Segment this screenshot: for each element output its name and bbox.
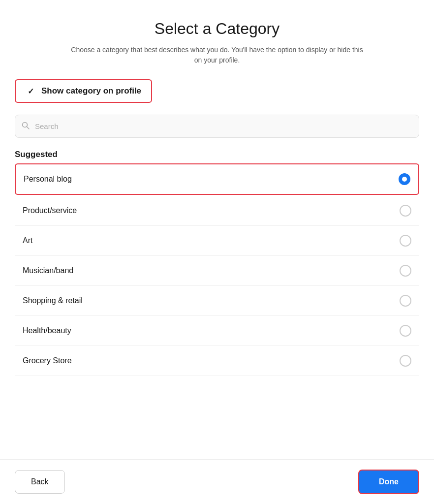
category-label-musician-band: Musician/band — [23, 266, 73, 275]
radio-art — [400, 235, 411, 247]
footer: Back Done — [0, 459, 434, 504]
suggested-section-label: Suggested — [15, 150, 419, 159]
category-label-art: Art — [23, 236, 32, 245]
category-item-shopping-retail[interactable]: Shopping & retail — [15, 286, 419, 316]
category-item-musician-band[interactable]: Musician/band — [15, 256, 419, 286]
category-item-grocery-store[interactable]: Grocery Store — [15, 346, 419, 376]
radio-shopping-retail — [400, 295, 411, 307]
back-button[interactable]: Back — [15, 470, 65, 494]
category-item-health-beauty[interactable]: Health/beauty — [15, 316, 419, 346]
category-label-product-service: Product/service — [23, 206, 77, 215]
category-item-product-service[interactable]: Product/service — [15, 196, 419, 226]
radio-grocery-store — [400, 355, 411, 367]
category-list: Personal blog Product/service Art Musici… — [15, 163, 419, 376]
page-container: Select a Category Choose a category that… — [0, 0, 434, 459]
radio-musician-band — [400, 265, 411, 277]
radio-personal-blog — [399, 173, 410, 185]
done-button[interactable]: Done — [358, 470, 419, 494]
svg-line-1 — [27, 126, 30, 129]
show-category-toggle[interactable]: ✓ Show category on profile — [15, 79, 152, 103]
category-item-art[interactable]: Art — [15, 226, 419, 256]
radio-product-service — [400, 205, 411, 217]
search-icon — [22, 122, 30, 131]
search-container — [15, 115, 419, 138]
page-title: Select a Category — [15, 20, 419, 38]
checkbox-icon: ✓ — [26, 86, 35, 96]
radio-health-beauty — [400, 325, 411, 337]
page-subtitle: Choose a category that best describes wh… — [69, 45, 365, 65]
category-label-grocery-store: Grocery Store — [23, 356, 72, 365]
category-label-health-beauty: Health/beauty — [23, 326, 71, 335]
show-category-label: Show category on profile — [41, 86, 141, 96]
search-input[interactable] — [15, 115, 419, 138]
category-label-personal-blog: Personal blog — [24, 175, 72, 184]
category-item-personal-blog[interactable]: Personal blog — [15, 163, 419, 195]
category-label-shopping-retail: Shopping & retail — [23, 296, 83, 305]
